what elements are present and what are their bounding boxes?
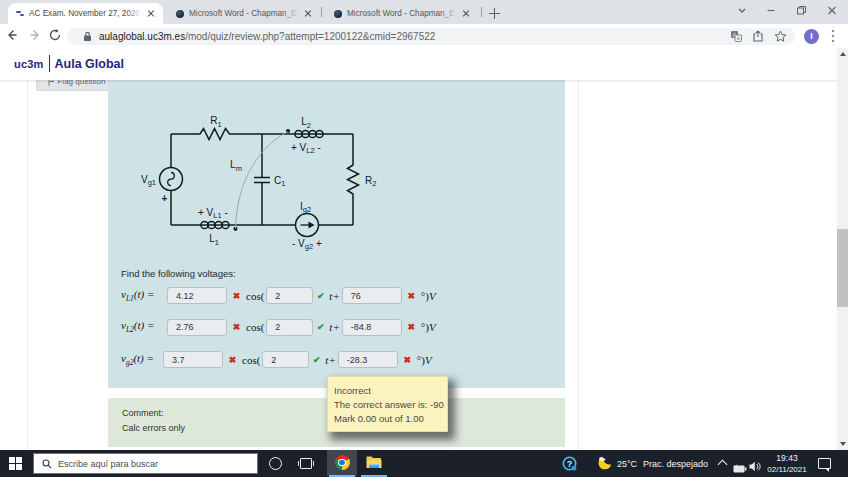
bookmark-star-icon[interactable] [774, 30, 787, 43]
label-vl1: + VL1 - [198, 206, 228, 220]
battery-icon[interactable] [733, 459, 747, 477]
reload-button[interactable] [48, 28, 62, 42]
tab-ac-exam[interactable]: AC Exam. November 27, 2020: On [8, 3, 163, 24]
tab-divider [481, 7, 482, 17]
scrollbar[interactable] [837, 48, 848, 450]
amplitude-input[interactable]: 2.76 [167, 319, 227, 336]
notification-center-icon[interactable] [818, 458, 831, 469]
tab-close-icon[interactable] [144, 7, 158, 21]
tab-word-1[interactable]: Microsoft Word - Chapman_Exam [168, 3, 320, 24]
chrome-logo-icon [335, 455, 350, 470]
label-r1: R1 [210, 115, 221, 129]
incorrect-mark-icon: ✖ [403, 355, 412, 365]
question-prompt: Find the following voltages: [121, 268, 236, 279]
tab-close-icon[interactable] [301, 7, 315, 21]
label-vg1: Vg1 [141, 173, 156, 187]
back-button[interactable] [6, 28, 20, 42]
document-favicon [334, 10, 342, 18]
phase-input[interactable]: -28.3 [338, 351, 398, 368]
content-right-border [578, 78, 579, 450]
amplitude-input[interactable]: 4.12 [167, 287, 227, 304]
site-header: uc3m Aula Global [0, 48, 837, 80]
tab-title: AC Exam. November 27, 2020: On [29, 9, 142, 18]
lock-icon [83, 31, 92, 42]
frequency-input[interactable]: 2 [266, 287, 313, 304]
url-text[interactable]: aulaglobal.uc3m.es/mod/quiz/review.php?a… [99, 31, 435, 42]
search-icon [42, 459, 52, 469]
temperature-text[interactable]: 25°C [617, 450, 637, 477]
tray-expand-chevron[interactable] [719, 460, 727, 468]
feedback-tooltip: Incorrect The correct answer is: -90 Mar… [327, 376, 448, 432]
amplitude-input[interactable]: 3.7 [163, 351, 223, 368]
tab-close-icon[interactable] [459, 7, 473, 21]
phase-input[interactable]: 76 [342, 287, 402, 304]
label-vl2: + VL2 - [291, 141, 321, 155]
cos-label: cos( [242, 354, 260, 366]
scroll-down-arrow[interactable] [840, 442, 846, 446]
running-app-indicator [361, 475, 387, 477]
logo-divider [49, 55, 50, 72]
svg-text:?: ? [567, 459, 573, 469]
correct-mark-icon: ✔ [316, 291, 325, 301]
label-ig2: Ig2 [300, 200, 311, 214]
file-explorer-taskbar-icon[interactable] [359, 450, 389, 476]
label-l1: L1 [209, 233, 219, 247]
tooltip-mark: Mark 0.00 out of 1.00 [334, 412, 447, 426]
browser-menu-icon[interactable] [830, 30, 836, 42]
page-content: Flag question L₁ = 330 mH ; L₂ = 330 mH … [0, 48, 837, 450]
minimize-button[interactable] [764, 4, 778, 17]
uc3m-logo-text: uc3m [14, 58, 44, 70]
label-c1: C1 [274, 174, 285, 188]
t-plus-label: t+ [329, 321, 339, 333]
tab-search-chevron-icon[interactable] [735, 4, 749, 17]
taskbar-clock[interactable]: 19:43 02/11/2021 [757, 453, 817, 475]
get-help-tray-icon[interactable]: ? [562, 456, 577, 471]
share-icon[interactable] [752, 30, 764, 42]
incorrect-mark-icon: ✖ [407, 322, 416, 332]
start-button[interactable] [9, 457, 22, 470]
label-vg2: - Vg2 + [292, 237, 322, 251]
date-text: 02/11/2021 [757, 464, 817, 475]
content-left-border [27, 78, 28, 450]
screen: AC Exam. November 27, 2020: On Microsoft… [0, 0, 848, 477]
tab-word-2[interactable]: Microsoft Word - Chapman_Exam [326, 3, 478, 24]
phase-input[interactable]: -84.8 [342, 319, 402, 336]
aula-global-favicon [16, 10, 24, 18]
taskbar-search[interactable]: Escribe aquí para buscar [33, 453, 258, 474]
cortana-icon[interactable] [269, 457, 282, 470]
row-label: vL1(t) = [121, 288, 167, 303]
restore-button[interactable] [794, 4, 808, 17]
row-label: vL2(t) = [121, 319, 167, 334]
answer-row-vg2: vg2(t) = 3.7 ✖ cos( 2 ✔ t+ -28.3 ✖ °)V [121, 350, 432, 370]
close-window-button[interactable] [825, 4, 839, 17]
weather-text[interactable]: Prac. despejado [643, 450, 708, 477]
label-l2: L2 [301, 116, 311, 130]
frequency-input[interactable]: 2 [266, 319, 313, 336]
svg-text:a: a [737, 35, 740, 41]
aula-global-title: Aula Global [55, 57, 124, 71]
forward-button[interactable] [27, 28, 41, 42]
new-tab-button[interactable] [486, 5, 503, 22]
profile-avatar[interactable]: I [804, 29, 819, 44]
frequency-input[interactable]: 2 [262, 351, 309, 368]
tooltip-status: Incorrect [334, 384, 447, 398]
tab-title: Microsoft Word - Chapman_Exam [347, 9, 457, 18]
task-view-icon[interactable] [300, 458, 312, 469]
scroll-up-arrow[interactable] [840, 52, 846, 56]
chrome-taskbar-icon[interactable] [327, 450, 357, 476]
question-panel: L₁ = 330 mH ; L₂ = 330 mH ; Lₘ = 0.15 H [108, 80, 565, 388]
translate-icon[interactable]: A a [730, 30, 742, 42]
incorrect-mark-icon: ✖ [232, 291, 241, 301]
weather-moon-icon[interactable] [597, 456, 612, 470]
answer-row-vl2: vL2(t) = 2.76 ✖ cos( 2 ✔ t+ -84.8 ✖ °)V [121, 317, 436, 337]
search-placeholder: Escribe aquí para buscar [58, 459, 158, 469]
tab-title: Microsoft Word - Chapman_Exam [189, 9, 299, 18]
incorrect-mark-icon: ✖ [228, 355, 237, 365]
cos-label: cos( [246, 321, 264, 333]
document-favicon [176, 10, 184, 18]
address-bar[interactable]: aulaglobal.uc3m.es/mod/quiz/review.php?a… [67, 28, 795, 45]
correct-mark-icon: ✔ [312, 355, 321, 365]
t-plus-label: t+ [325, 354, 335, 366]
scrollbar-thumb[interactable] [837, 229, 848, 307]
label-r2: R2 [365, 174, 376, 188]
